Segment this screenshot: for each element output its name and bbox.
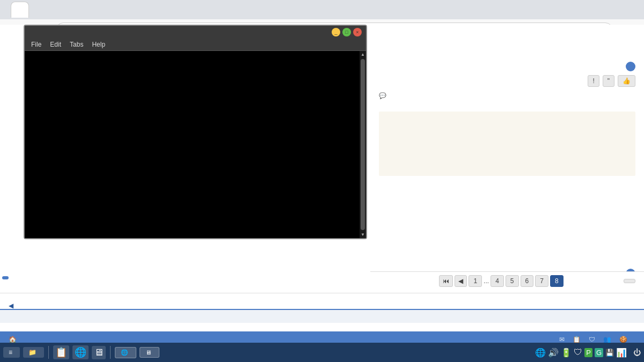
post-body <box>379 112 635 176</box>
home-icon: 🏠 <box>9 336 17 343</box>
battery-icon[interactable]: 🔋 <box>561 348 572 358</box>
delete-cookies-link[interactable]: 🍪 <box>619 336 629 343</box>
terminal-window-icon: 🖥 <box>145 349 151 356</box>
page-4-button[interactable]: 4 <box>491 275 504 287</box>
like-button[interactable]: 👍 <box>618 75 635 87</box>
security-icon[interactable]: 🛡 <box>574 348 582 357</box>
taskbar-right: 🌐 🔊 🔋 🛡 P G 💾 📊 ⏻ <box>535 348 641 358</box>
active-tab[interactable] <box>11 2 29 18</box>
chrome-icon: 🌐 <box>121 349 128 356</box>
contact-label: 💬 <box>379 91 635 101</box>
menu-icon: ≡ <box>9 349 12 356</box>
taskbar-file-manager-button[interactable]: 📋 <box>53 345 69 359</box>
post-snippet-right-area <box>370 242 644 246</box>
pagination-row: ⏮ ◀ 1 ... 4 5 6 7 8 <box>370 271 644 290</box>
terminal-close-button[interactable]: × <box>353 28 362 36</box>
network-icon[interactable]: 🌐 <box>535 348 546 358</box>
group-icon: 👥 <box>603 336 611 343</box>
terminal-help-menu[interactable]: Help <box>87 40 109 49</box>
app-icon-2[interactable]: G <box>595 348 603 357</box>
taskbar: ≡ 📁 📋 🌐 🖥 🌐 🖥 🌐 🔊 🔋 🛡 P G 💾 📊 <box>0 343 644 362</box>
email-icon: ✉ <box>559 336 565 343</box>
page-5-button[interactable]: 5 <box>506 275 519 287</box>
footer-right: ✉ 📋 🛡 👥 🍪 <box>559 336 635 343</box>
first-page-button[interactable]: ⏮ <box>439 275 453 287</box>
file-manager-icon: 📋 <box>55 346 67 358</box>
scroll-up-button[interactable] <box>626 62 635 71</box>
post-right-panel: ! " 👍 💬 <box>370 54 644 269</box>
page-8-button[interactable]: 8 <box>550 275 564 287</box>
jump-to <box>624 279 635 283</box>
footer-nav: 🏠 ✉ 📋 🛡 👥 🍪 <box>0 331 644 343</box>
terminal-edit-menu[interactable]: Edit <box>46 40 65 49</box>
scroll-thumb[interactable] <box>361 59 365 230</box>
taskbar-chrome-window[interactable]: 🌐 <box>115 347 136 358</box>
terminal-text-area[interactable] <box>25 51 360 238</box>
board-index-link[interactable]: 🏠 <box>9 336 18 343</box>
tab-prev-button[interactable] <box>4 8 9 12</box>
ellipsis: ... <box>484 277 489 285</box>
terminal-maximize-button[interactable]: □ <box>342 28 351 36</box>
post-actions: ! " 👍 <box>379 75 635 87</box>
contact-us-link[interactable]: ✉ <box>559 336 566 343</box>
terminal-scrollbar: ▲ ▼ <box>360 51 366 238</box>
taskbar-terminal-2-button[interactable]: 🖥 <box>92 346 106 359</box>
taskbar-places-button[interactable]: 📁 <box>23 347 44 358</box>
terminal-minimize-button[interactable]: _ <box>332 28 340 36</box>
terminal-content: ▲ ▼ <box>25 51 366 238</box>
members-link[interactable]: 👥 <box>603 336 613 343</box>
licenses-link[interactable]: 📋 <box>573 336 582 343</box>
flag-button[interactable]: ! <box>588 75 599 87</box>
taskbar-power-button[interactable]: ⏻ <box>633 348 641 357</box>
return-icon: ◀ <box>9 302 13 309</box>
terminal-window: _ □ × File Edit Tabs Help ▲ ▼ <box>24 25 367 239</box>
page-1-button[interactable]: 1 <box>469 275 482 287</box>
taskbar-separator-2 <box>110 346 111 359</box>
browser-tabs <box>0 0 644 19</box>
taskbar-system-icons: 🌐 🔊 🔋 🛡 P G 💾 📊 <box>535 348 627 358</box>
quote-button[interactable]: " <box>603 75 614 87</box>
taskbar-separator <box>48 346 49 359</box>
page-7-button[interactable]: 7 <box>535 275 548 287</box>
terminal-icon-2: 🖥 <box>94 347 104 358</box>
equalizer-icon[interactable]: 📊 <box>616 348 627 358</box>
app-icon-1[interactable]: P <box>584 348 592 357</box>
places-icon: 📁 <box>28 349 36 356</box>
terminal-controls: _ □ × <box>332 28 362 36</box>
browser-icon: 🌐 <box>75 346 86 358</box>
cookie-icon: 🍪 <box>619 336 627 343</box>
page-6-button[interactable]: 6 <box>521 275 534 287</box>
prev-page-button[interactable]: ◀ <box>455 275 467 287</box>
pagination: ⏮ ◀ 1 ... 4 5 6 7 8 <box>439 275 563 287</box>
the-team-link[interactable]: 🛡 <box>589 336 597 343</box>
license-icon: 📋 <box>573 336 581 343</box>
up-arrow-area <box>379 60 635 75</box>
post-reply-button[interactable] <box>2 276 9 279</box>
shield-icon: 🛡 <box>589 336 595 343</box>
terminal-titlebar: _ □ × <box>25 26 366 39</box>
jump-to-button[interactable] <box>624 279 635 283</box>
terminal-menubar: File Edit Tabs Help <box>25 39 366 51</box>
contact-icon[interactable]: 💬 <box>379 91 635 101</box>
taskbar-menu-button[interactable]: ≡ <box>3 347 20 358</box>
footer-left: 🏠 <box>9 336 18 343</box>
volume-icon[interactable]: 🔊 <box>548 348 559 358</box>
taskbar-browser-2-button[interactable]: 🌐 <box>72 345 89 359</box>
scroll-up-arrow[interactable]: ▲ <box>360 51 366 58</box>
scroll-down-arrow[interactable]: ▼ <box>360 231 366 238</box>
terminal-file-menu[interactable]: File <box>27 40 46 49</box>
terminal-tabs-menu[interactable]: Tabs <box>65 40 87 49</box>
user-meta: 💬 <box>379 91 635 101</box>
taskbar-terminal-window[interactable]: 🖥 <box>140 347 159 358</box>
app-icon-3[interactable]: 💾 <box>605 349 614 357</box>
post-button-area <box>0 269 27 282</box>
who-is-online <box>0 309 644 323</box>
